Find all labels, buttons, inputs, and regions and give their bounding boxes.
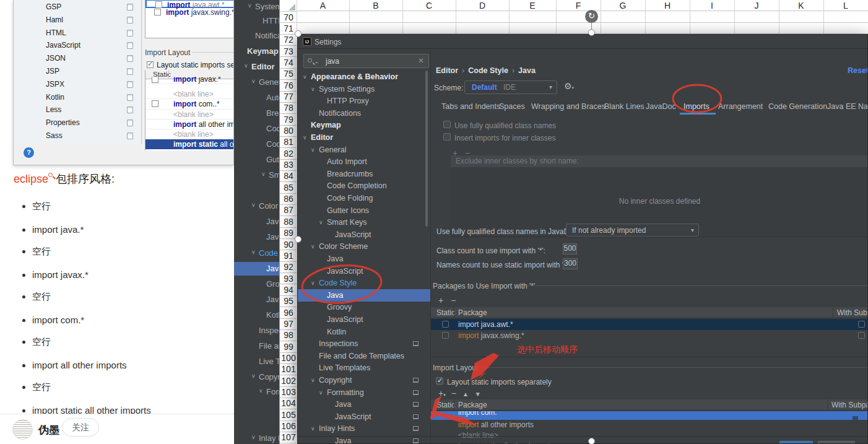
row-header-106[interactable]: 106 — [280, 421, 297, 431]
tree-item-java[interactable]: Java — [266, 264, 279, 273]
resize-handle-top-left[interactable] — [295, 30, 302, 37]
row-header-102[interactable]: 102 — [280, 376, 297, 386]
tree-item-javascript[interactable]: JavaScript — [266, 295, 279, 304]
resize-handle-top[interactable] — [588, 29, 595, 36]
chevron-down-icon[interactable]: ∨ — [303, 71, 307, 83]
static-checkbox[interactable] — [152, 77, 158, 83]
chevron-down-icon[interactable]: ∨ — [311, 144, 315, 156]
tree-item-kotlin[interactable]: Kotlin — [298, 326, 430, 338]
tree-item-code-completion[interactable]: Code Completion — [266, 124, 279, 133]
tree-item-groovy[interactable]: Groovy — [266, 279, 279, 289]
tree-item-java[interactable]: Java — [298, 253, 430, 265]
table-row[interactable]: import javax.swing.* — [145, 8, 234, 17]
column-header-F[interactable]: F — [556, 0, 601, 11]
javadoc-dropdown[interactable]: If not already imported ▾ — [566, 224, 699, 237]
row-header-71[interactable]: 71 — [280, 24, 297, 33]
table-row[interactable]: import com. — [431, 411, 868, 420]
table-row[interactable]: import com..* — [145, 99, 234, 109]
add-icon[interactable]: + — [438, 388, 443, 398]
chevron-down-icon[interactable]: ∨ — [311, 374, 315, 386]
language-item-jspx[interactable]: JSPX — [14, 78, 142, 91]
column-header-K[interactable]: K — [779, 0, 823, 11]
tree-item-code-folding[interactable]: Code Folding — [298, 192, 430, 204]
select-all-corner[interactable] — [289, 4, 295, 11]
row-header-82[interactable]: 82 — [280, 149, 297, 159]
settings-search-input[interactable]: ▾ java ✕ — [303, 54, 429, 68]
layout-static-checkbox[interactable]: ✓ — [436, 377, 443, 385]
row-header-96[interactable]: 96 — [280, 308, 297, 318]
use-fq-checkbox[interactable] — [443, 121, 451, 128]
column-header-B[interactable]: B — [349, 0, 402, 11]
tab-code-generation[interactable]: Code Generation — [768, 102, 827, 111]
table-row[interactable]: import all other imports — [431, 420, 868, 430]
row-header-95[interactable]: 95 — [280, 296, 297, 306]
resize-handle-bottom[interactable] — [588, 438, 595, 444]
language-item-haml[interactable]: Haml — [14, 14, 142, 27]
row-header-78[interactable]: 78 — [280, 103, 297, 113]
chevron-down-icon[interactable]: ∨ — [251, 78, 256, 84]
subpackages-checkbox[interactable] — [858, 332, 865, 339]
tree-item-copyright[interactable]: Copyright∨ — [298, 374, 430, 386]
breadcrumb-item[interactable]: Editor — [436, 66, 458, 75]
move-up-icon[interactable]: ▲ — [462, 391, 469, 398]
names-count-input[interactable]: 300 — [563, 258, 578, 269]
row-header-90[interactable]: 90 — [280, 240, 297, 250]
tree-item-formatting[interactable]: Formatting — [266, 387, 279, 396]
table-row[interactable]: <blank line> — [145, 89, 234, 99]
tree-item-copyright[interactable]: Copyright — [259, 372, 279, 381]
reset-link[interactable]: Reset — [848, 66, 868, 75]
table-row[interactable]: import java.awt.* — [145, 0, 234, 8]
tree-item-notifications[interactable]: Notifications — [298, 107, 430, 120]
table-row[interactable]: <blank line> — [145, 110, 234, 120]
chevron-down-icon[interactable]: ∨ — [311, 240, 315, 253]
chevron-down-icon[interactable]: ∨ — [251, 202, 256, 208]
row-header-72[interactable]: 72 — [280, 35, 297, 45]
row-header-85[interactable]: 85 — [280, 183, 297, 193]
row-header-91[interactable]: 91 — [280, 251, 297, 261]
tree-item-javascript[interactable]: JavaScript — [298, 313, 430, 326]
tree-item-javascript[interactable]: JavaScript — [298, 265, 430, 277]
chevron-down-icon[interactable]: ∨ — [311, 277, 315, 289]
tree-item-groovy[interactable]: Groovy — [298, 301, 430, 313]
class-count-input[interactable]: 500 — [563, 243, 577, 255]
language-item-javascript[interactable]: JavaScript — [14, 39, 142, 52]
row-header-104[interactable]: 104 — [280, 398, 297, 408]
tree-item-gutter-icons[interactable]: Gutter Icons — [298, 204, 430, 217]
column-header-E[interactable]: E — [509, 0, 556, 11]
tree-item-appearance-behavior[interactable]: Appearance & Behavior∨ — [298, 71, 430, 83]
scheme-dropdown[interactable]: Default IDE ▾ — [464, 81, 557, 94]
language-item-properties[interactable]: Properties — [14, 116, 142, 129]
column-header-D[interactable]: D — [456, 0, 509, 11]
rotate-handle-icon[interactable]: ↻ — [585, 10, 598, 23]
tree-item-inlay-hints[interactable]: Inlay Hints∨ — [298, 422, 430, 435]
tree-item-code-style[interactable]: Code Style∨ — [298, 277, 430, 289]
tree-item-general[interactable]: General — [259, 77, 279, 87]
static-checkbox[interactable] — [442, 332, 449, 339]
tree-item-javascript[interactable]: JavaScript — [266, 232, 279, 242]
tree-item-system-settings[interactable]: System Settings∨ — [298, 83, 430, 95]
spreadsheet-grid[interactable]: ABCDEFGHIJKL — [297, 0, 868, 34]
row-header-86[interactable]: 86 — [280, 194, 297, 204]
tree-item-file-and-code-templates[interactable]: File and Code Templates — [298, 350, 430, 362]
breadcrumb-item[interactable]: Java — [518, 66, 536, 75]
tab-spaces[interactable]: Spaces — [499, 102, 525, 111]
table-row[interactable]: import all other imports — [145, 120, 234, 129]
tree-item-java[interactable]: Java — [298, 398, 430, 411]
row-header-79[interactable]: 79 — [280, 115, 297, 124]
row-header-105[interactable]: 105 — [280, 410, 297, 420]
row-header-87[interactable]: 87 — [280, 205, 297, 215]
tree-item-smart-keys[interactable]: Smart Keys∨ — [298, 216, 430, 229]
cancel-button[interactable] — [818, 441, 855, 444]
row-header-100[interactable]: 100 — [280, 353, 297, 363]
row-header-73[interactable]: 73 — [280, 46, 297, 56]
row-header-107[interactable]: 107 — [280, 432, 297, 442]
tree-item-code-folding[interactable]: Code Folding — [266, 139, 279, 149]
column-header-A[interactable]: A — [297, 0, 349, 11]
tree-item-color-scheme[interactable]: Color Scheme — [259, 201, 279, 211]
tree-item-general[interactable]: General∨ — [298, 144, 430, 156]
tree-item-inlay-hints[interactable]: Inlay Hints — [259, 433, 279, 443]
insert-inner-checkbox[interactable] — [443, 133, 451, 141]
tree-item-javascript[interactable]: JavaScript — [298, 411, 430, 423]
row-header-99[interactable]: 99 — [280, 342, 297, 352]
tree-item-smart-keys[interactable]: Smart Keys — [269, 170, 279, 180]
